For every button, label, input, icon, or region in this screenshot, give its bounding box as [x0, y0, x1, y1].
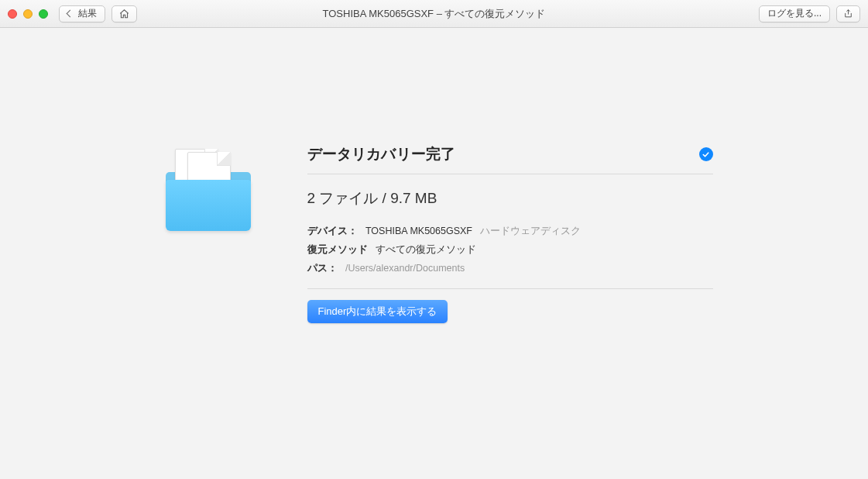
path-value: /Users/alexandr/Documents [345, 263, 465, 274]
result-heading: データリカバリー完了 [307, 144, 456, 164]
device-label: デバイス： [307, 226, 358, 236]
method-value: すべての復元メソッド [376, 244, 476, 255]
share-button[interactable] [836, 5, 860, 22]
show-in-finder-button[interactable]: Finder内に結果を表示する [307, 300, 448, 323]
result-details: デバイス： TOSHIBA MK5065GSXF ハードウェアディスク 復元メソ… [307, 222, 713, 277]
method-label: 復元メソッド [307, 244, 368, 255]
result-summary: 2 ファイル / 9.7 MB [307, 188, 713, 208]
success-check-icon [699, 147, 713, 161]
detail-row-device: デバイス： TOSHIBA MK5065GSXF ハードウェアディスク [307, 222, 713, 241]
chevron-left-icon [67, 10, 74, 18]
back-button[interactable]: 結果 [59, 5, 105, 22]
minimize-window-button[interactable] [23, 9, 33, 19]
detail-row-method: 復元メソッド すべての復元メソッド [307, 241, 713, 260]
result-info-column: データリカバリー完了 2 ファイル / 9.7 MB デバイス： TOSHIBA… [307, 144, 713, 479]
content-area: データリカバリー完了 2 ファイル / 9.7 MB デバイス： TOSHIBA… [0, 28, 868, 479]
detail-row-path: パス： /Users/alexandr/Documents [307, 260, 713, 278]
view-log-label: ログを見る... [767, 7, 822, 20]
result-panel: データリカバリー完了 2 ファイル / 9.7 MB デバイス： TOSHIBA… [156, 144, 713, 479]
back-button-label: 結果 [78, 7, 97, 20]
view-log-button[interactable]: ログを見る... [759, 5, 830, 22]
folder-documents-icon [164, 149, 256, 234]
share-icon [843, 8, 853, 19]
close-window-button[interactable] [8, 9, 17, 19]
divider [307, 288, 713, 289]
titlebar: 結果 TOSHIBA MK5065GSXF – すべての復元メソッド ログを見る… [0, 0, 868, 28]
zoom-window-button[interactable] [39, 9, 48, 19]
device-name: TOSHIBA MK5065GSXF [365, 226, 472, 236]
show-in-finder-label: Finder内に結果を表示する [318, 305, 437, 317]
home-button[interactable] [112, 5, 137, 22]
result-icon-column [156, 144, 264, 479]
path-label: パス： [307, 263, 338, 274]
device-type: ハードウェアディスク [480, 226, 581, 236]
home-icon [118, 9, 130, 19]
window-controls [8, 9, 48, 19]
